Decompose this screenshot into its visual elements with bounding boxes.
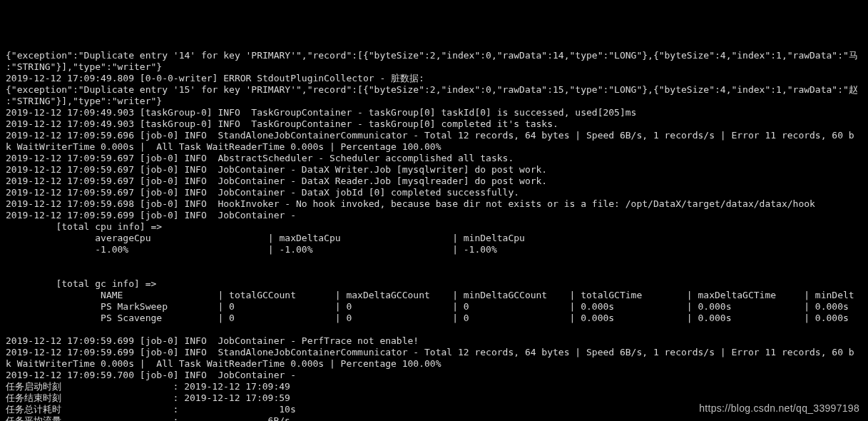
log-line: 2019-12-12 17:09:59.697 [job-0] INFO Job… xyxy=(6,187,862,198)
log-line: PS MarkSweep | 0 | 0 | 0 | 0.000s | 0.00… xyxy=(6,301,862,313)
log-line: 任务启动时刻 : 2019-12-12 17:09:49 xyxy=(6,381,862,392)
log-line xyxy=(6,267,862,278)
log-line: 2019-12-12 17:09:49.903 [taskGroup-0] IN… xyxy=(6,118,862,130)
log-line: 2019-12-12 17:09:59.697 [job-0] INFO Job… xyxy=(6,164,862,176)
log-line: [total gc info] => xyxy=(6,278,862,290)
log-line: k WaitWriterTime 0.000s | All Task WaitR… xyxy=(6,141,862,153)
log-line: [total cpu info] => xyxy=(6,221,862,233)
terminal-output: {"exception":"Duplicate entry '14' for k… xyxy=(6,50,862,421)
log-line: NAME | totalGCCount | maxDeltaGCCount | … xyxy=(6,290,862,301)
log-line: 2019-12-12 17:09:49.809 [0-0-0-writer] E… xyxy=(6,73,862,84)
log-line: {"exception":"Duplicate entry '14' for k… xyxy=(6,50,862,61)
log-line xyxy=(6,324,862,335)
log-line: averageCpu | maxDeltaCpu | minDeltaCpu xyxy=(6,233,862,244)
log-line: 任务平均流量 : 6B/s xyxy=(6,415,862,421)
log-line: 2019-12-12 17:09:59.697 [job-0] INFO Job… xyxy=(6,176,862,187)
log-line: 2019-12-12 17:09:59.700 [job-0] INFO Job… xyxy=(6,370,862,381)
log-line: 2019-12-12 17:09:59.699 [job-0] INFO Job… xyxy=(6,335,862,347)
log-line: 2019-12-12 17:09:59.696 [job-0] INFO Sta… xyxy=(6,130,862,141)
log-line: :"STRING"}],"type":"writer"} xyxy=(6,96,862,107)
log-line: 2019-12-12 17:09:49.903 [taskGroup-0] IN… xyxy=(6,107,862,118)
log-line: 2019-12-12 17:09:59.698 [job-0] INFO Hoo… xyxy=(6,198,862,210)
watermark-text: https://blog.csdn.net/qq_33997198 xyxy=(699,402,859,414)
log-line: 2019-12-12 17:09:59.697 [job-0] INFO Abs… xyxy=(6,153,862,164)
log-line: 2019-12-12 17:09:59.699 [job-0] INFO Job… xyxy=(6,210,862,221)
log-line: PS Scavenge | 0 | 0 | 0 | 0.000s | 0.000… xyxy=(6,313,862,324)
log-line: :"STRING"}],"type":"writer"} xyxy=(6,61,862,73)
log-line: -1.00% | -1.00% | -1.00% xyxy=(6,244,862,255)
log-line: {"exception":"Duplicate entry '15' for k… xyxy=(6,84,862,96)
log-line: k WaitWriterTime 0.000s | All Task WaitR… xyxy=(6,358,862,370)
log-line: 2019-12-12 17:09:59.699 [job-0] INFO Sta… xyxy=(6,347,862,358)
log-line xyxy=(6,255,862,267)
